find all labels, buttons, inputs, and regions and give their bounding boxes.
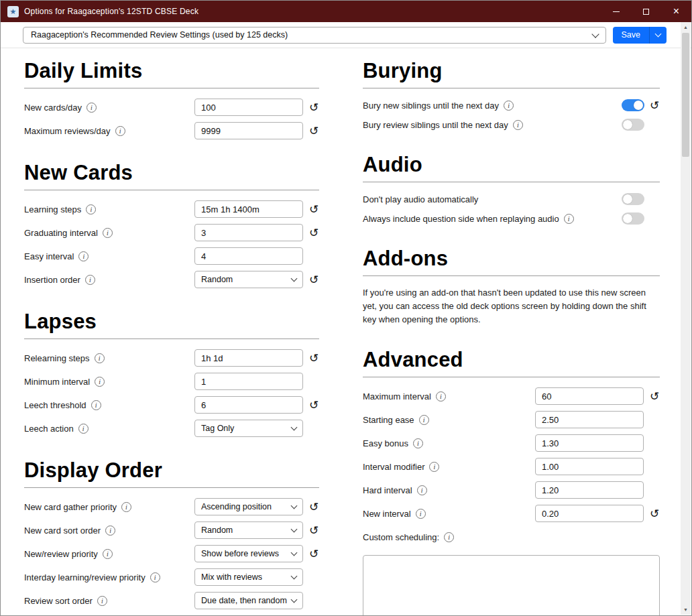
info-icon[interactable]: i [78,424,89,434]
info-icon[interactable]: i [417,485,427,495]
easy-bonus-input[interactable] [535,434,644,452]
save-dropdown-button[interactable] [649,27,667,44]
maximum-interval-input[interactable] [535,387,644,405]
leech-action-select[interactable]: Tag Only [194,420,303,437]
info-icon[interactable]: i [85,275,95,285]
setting-label-wrap: New interval i [363,509,535,519]
minimize-button[interactable] [601,1,631,22]
info-icon[interactable]: i [150,572,160,582]
revert-icon[interactable]: ↺ [308,353,319,364]
max-reviews-day-input[interactable] [194,122,303,139]
select-value: Random [201,275,233,284]
info-icon[interactable]: i [419,415,429,425]
setting-row-hard-interval: Hard interval i [363,481,660,499]
info-icon[interactable]: i [103,228,113,238]
interval-modifier-input[interactable] [535,458,644,475]
new-cards-day-input[interactable] [194,99,303,116]
info-icon[interactable]: i [105,526,115,536]
revert-icon[interactable]: ↺ [649,100,660,111]
section-title: Add-ons [363,247,660,271]
info-icon[interactable]: i [429,462,439,472]
info-icon[interactable]: i [115,126,125,136]
info-icon[interactable]: i [103,549,113,559]
section-title: Burying [363,59,660,83]
section-title: Advanced [363,348,660,372]
revert-icon[interactable]: ↺ [308,501,319,513]
close-button[interactable]: × [661,1,691,22]
setting-label-wrap: Easy interval i [24,251,194,261]
scrollbar[interactable]: ▲ ▼ [681,22,691,615]
revert-icon[interactable]: ↺ [308,102,319,113]
setting-control: ↺ [535,387,660,405]
easy-interval-input[interactable] [194,247,303,265]
insertion-order-select[interactable]: Random [194,271,303,288]
interday-priority-select[interactable]: Mix with reviews [194,568,303,586]
new-review-priority-select[interactable]: Show before reviews [194,545,303,562]
preset-select[interactable]: Raagaception's Recommended Review Settin… [23,27,606,44]
revert-icon[interactable]: ↺ [308,125,319,137]
info-icon[interactable]: i [86,103,97,113]
learning-steps-input[interactable] [194,200,303,218]
maximize-button[interactable] [631,1,661,22]
info-icon[interactable]: i [444,532,454,542]
left-column: Daily Limits New cards/day i ↺ Maximum r… [24,59,319,615]
revert-icon[interactable]: ↺ [308,548,319,560]
section-title: Audio [363,153,660,177]
minimum-interval-input[interactable] [194,373,303,390]
graduating-interval-input[interactable] [194,224,303,241]
dont-play-audio-toggle[interactable] [622,193,644,205]
info-icon[interactable]: i [513,120,523,130]
setting-label: Review sort order [24,596,93,606]
scrollbar-thumb[interactable] [682,33,689,157]
new-interval-input[interactable] [535,505,644,522]
info-icon[interactable]: i [121,502,131,512]
info-icon[interactable]: i [91,400,101,410]
info-icon[interactable]: i [97,596,107,606]
save-button[interactable]: Save [613,27,650,44]
setting-label-wrap: Leech action i [24,424,194,434]
starting-ease-input[interactable] [535,411,644,428]
setting-label-wrap: Starting ease i [363,415,535,425]
custom-scheduling-textarea[interactable] [363,555,660,615]
info-icon[interactable]: i [95,353,105,363]
sort-order-select[interactable]: Random [194,521,303,539]
review-sort-order-select[interactable]: Due date, then random [194,592,303,609]
revert-icon[interactable]: ↺ [308,227,319,239]
info-icon[interactable]: i [78,251,89,261]
relearning-steps-input[interactable] [194,349,303,367]
select-value: Ascending position [201,502,272,511]
scroll-down-arrow[interactable]: ▼ [681,605,691,615]
setting-label: Bury new siblings until the next day [363,101,499,111]
revert-icon[interactable]: ↺ [308,399,319,411]
info-icon[interactable]: i [436,391,446,402]
info-icon[interactable]: i [564,214,574,224]
info-icon[interactable]: i [86,204,96,214]
gather-priority-select[interactable]: Ascending position [194,498,303,515]
setting-row-interday-priority: Interday learning/review priority i Mix … [24,568,319,586]
section-title: New Cards [24,161,319,185]
info-icon[interactable]: i [504,101,514,111]
revert-icon[interactable]: ↺ [308,525,319,536]
setting-control: ↺ [194,200,319,218]
info-icon[interactable]: i [95,377,105,387]
scroll-up-arrow[interactable]: ▲ [681,22,691,32]
section-advanced: Advanced Maximum interval i ↺ Starting e… [363,348,660,615]
revert-icon[interactable]: ↺ [649,508,660,519]
setting-control: ↺ [194,224,319,241]
info-icon[interactable]: i [416,509,426,519]
hard-interval-input[interactable] [535,481,644,499]
info-icon[interactable]: i [413,438,423,448]
setting-control [622,119,660,131]
replay-question-audio-toggle[interactable] [622,212,644,225]
titlebar[interactable]: ★ Options for Raagaception's 12STD CBSE … [1,1,691,22]
chevron-down-icon [655,31,662,38]
leech-threshold-input[interactable] [194,396,303,414]
revert-icon[interactable]: ↺ [308,274,319,286]
setting-label: Don't play audio automatically [363,194,478,204]
bury-review-toggle[interactable] [622,119,644,131]
revert-icon[interactable]: ↺ [308,204,319,215]
setting-label: Custom scheduling: [363,532,439,542]
setting-control [194,373,319,390]
revert-icon[interactable]: ↺ [649,391,660,402]
bury-new-toggle[interactable] [622,99,644,111]
